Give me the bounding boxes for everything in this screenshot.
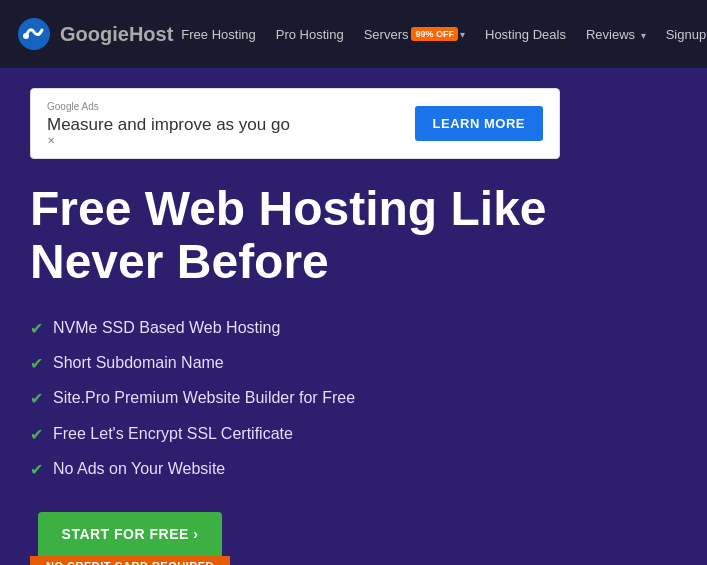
nav-signup[interactable]: Signup — [658, 23, 707, 46]
svg-point-1 — [23, 33, 29, 39]
check-icon: ✔ — [30, 388, 43, 410]
logo[interactable]: GoogieHost — [16, 16, 173, 52]
nav-links: Free Hosting Pro Hosting Servers 99% OFF… — [173, 23, 707, 46]
feature-list: ✔ NVMe SSD Based Web Hosting ✔ Short Sub… — [30, 317, 677, 482]
cta-sub-label: NO CREDIT CARD REQUIRED — [30, 556, 230, 565]
cta-wrapper: START FOR FREE › NO CREDIT CARD REQUIRED — [30, 512, 230, 565]
hero-heading: Free Web Hosting Like Never Before — [30, 183, 677, 289]
logo-text: GoogieHost — [60, 23, 173, 46]
list-item: ✔ Site.Pro Premium Website Builder for F… — [30, 387, 677, 410]
nav-hosting-deals[interactable]: Hosting Deals — [477, 23, 574, 46]
check-icon: ✔ — [30, 353, 43, 375]
ad-text: Measure and improve as you go — [47, 115, 290, 135]
servers-arrow-icon: ▾ — [460, 29, 465, 40]
check-icon: ✔ — [30, 424, 43, 446]
nav-pro-hosting[interactable]: Pro Hosting — [268, 23, 352, 46]
ad-left: Google Ads Measure and improve as you go… — [47, 101, 290, 146]
servers-badge: 99% OFF — [411, 27, 458, 41]
ad-label: Google Ads — [47, 101, 290, 112]
navbar: GoogieHost Free Hosting Pro Hosting Serv… — [0, 0, 707, 68]
ad-banner: Google Ads Measure and improve as you go… — [30, 88, 560, 159]
check-icon: ✔ — [30, 318, 43, 340]
logo-icon — [16, 16, 52, 52]
list-item: ✔ Free Let's Encrypt SSL Certificate — [30, 423, 677, 446]
nav-reviews[interactable]: Reviews ▾ — [578, 23, 654, 46]
nav-servers[interactable]: Servers 99% OFF ▾ — [356, 23, 473, 46]
list-item: ✔ NVMe SSD Based Web Hosting — [30, 317, 677, 340]
ad-learn-more-button[interactable]: LEARN MORE — [415, 106, 543, 141]
nav-free-hosting[interactable]: Free Hosting — [173, 23, 263, 46]
start-free-button[interactable]: START FOR FREE › — [38, 512, 223, 556]
ad-x-label: ✕ — [47, 135, 290, 146]
main-content: Google Ads Measure and improve as you go… — [0, 68, 707, 565]
check-icon: ✔ — [30, 459, 43, 481]
reviews-arrow-icon: ▾ — [641, 30, 646, 41]
list-item: ✔ Short Subdomain Name — [30, 352, 677, 375]
list-item: ✔ No Ads on Your Website — [30, 458, 677, 481]
